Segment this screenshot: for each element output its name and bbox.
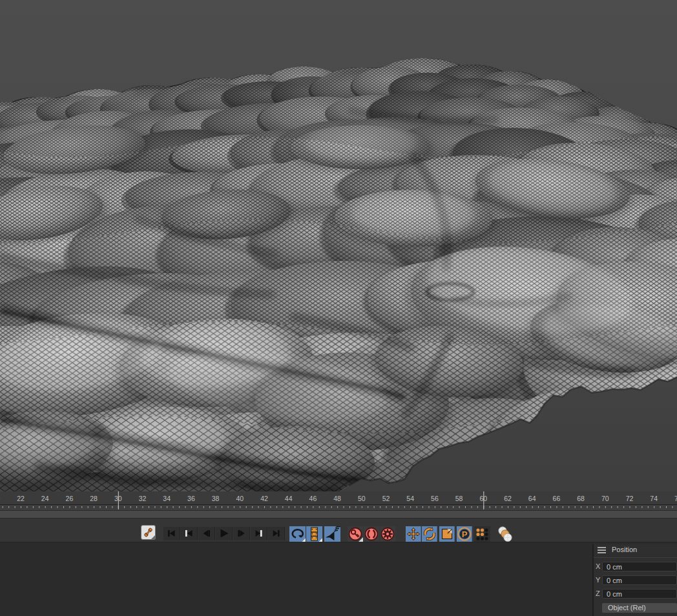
svg-text:50: 50: [358, 495, 366, 502]
svg-text:56: 56: [431, 495, 439, 502]
svg-text:70: 70: [601, 495, 609, 502]
svg-text:36: 36: [187, 495, 195, 502]
svg-text:62: 62: [504, 495, 512, 502]
svg-text:26: 26: [66, 495, 74, 502]
svg-text:28: 28: [90, 495, 98, 502]
svg-text:42: 42: [260, 495, 268, 502]
svg-text:58: 58: [455, 495, 463, 502]
svg-text:38: 38: [212, 495, 220, 502]
svg-text:40: 40: [236, 495, 244, 502]
svg-text:46: 46: [309, 495, 317, 502]
svg-text:54: 54: [406, 495, 414, 502]
svg-text:32: 32: [139, 495, 147, 502]
svg-text:68: 68: [577, 495, 585, 502]
svg-text:34: 34: [163, 495, 171, 502]
svg-text:64: 64: [528, 495, 536, 502]
svg-text:66: 66: [553, 495, 561, 502]
svg-text:24: 24: [41, 495, 49, 502]
svg-text:22: 22: [17, 495, 25, 502]
svg-text:72: 72: [626, 495, 634, 502]
svg-text:48: 48: [333, 495, 341, 502]
svg-text:44: 44: [285, 495, 293, 502]
svg-text:74: 74: [650, 495, 658, 502]
svg-text:76: 76: [674, 495, 677, 502]
svg-text:52: 52: [382, 495, 390, 502]
svg-text:P: P: [462, 529, 468, 539]
